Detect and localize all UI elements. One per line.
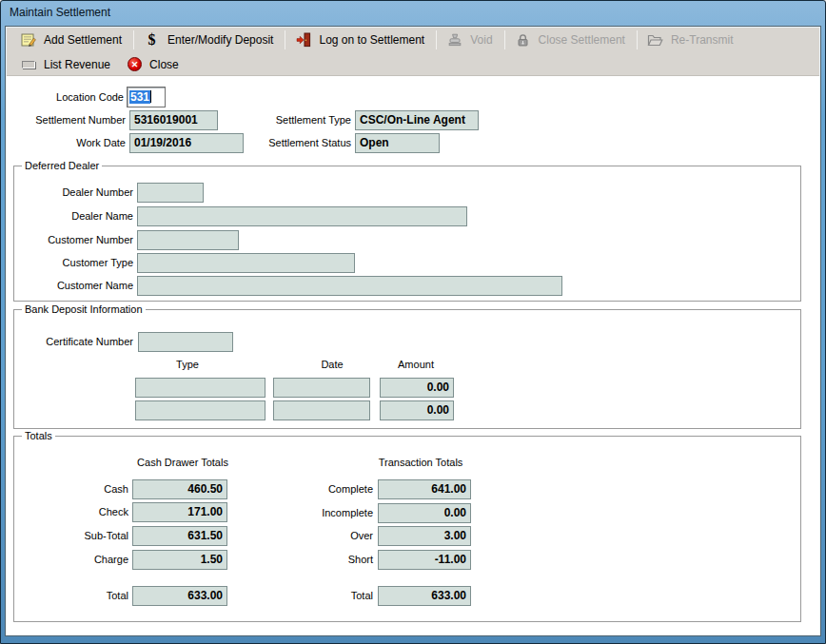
void-button[interactable]: Void: [439, 30, 502, 49]
deposit-row-2-date-field: [273, 400, 370, 420]
bank-deposit-group-title: Bank Deposit Information: [22, 302, 146, 317]
client-area: Add Settlement $ Enter/Modify Deposit: [5, 26, 821, 636]
transaction-totals-header: Transaction Totals: [325, 456, 516, 470]
close-label: Close: [149, 58, 179, 71]
add-settlement-icon: [20, 32, 36, 48]
certificate-number-field: [138, 332, 233, 352]
dealer-number-label: Dealer Number: [19, 183, 133, 203]
totals-group-title: Totals: [22, 429, 55, 443]
toolbar: Add Settlement $ Enter/Modify Deposit: [7, 28, 819, 76]
re-transmit-button[interactable]: Re-Transmit: [639, 30, 743, 49]
work-date-field: 01/19/2016: [129, 133, 244, 153]
log-on-to-settlement-label: Log on to Settlement: [319, 33, 424, 47]
customer-type-field: [137, 253, 355, 273]
work-date-label: Work Date: [11, 133, 126, 153]
toolbar-separator: [133, 30, 134, 49]
window-title: Maintain Settlement: [10, 6, 110, 19]
customer-name-label: Customer Name: [19, 276, 133, 296]
cash-drawer-total-label: Total: [14, 586, 128, 606]
deferred-dealer-group-title: Deferred Dealer: [22, 159, 102, 173]
over-field: 3.00: [378, 526, 471, 546]
over-label: Over: [259, 526, 373, 546]
cash-drawer-totals-header: Cash Drawer Totals: [88, 456, 278, 470]
toolbar-separator: [504, 30, 505, 49]
list-icon: [20, 57, 36, 72]
deposit-amount-column-header: Amount: [378, 358, 454, 372]
deposit-row-2-type-field: [135, 400, 266, 420]
check-label: Check: [14, 502, 128, 522]
complete-label: Complete: [259, 479, 373, 499]
toolbar-row-1: Add Settlement $ Enter/Modify Deposit: [7, 28, 819, 52]
add-settlement-button[interactable]: Add Settlement: [12, 30, 131, 49]
void-label: Void: [470, 33, 492, 47]
stamp-icon: [446, 32, 462, 48]
deposit-row-2-amount-field: 0.00: [380, 400, 454, 420]
text-caret: [150, 90, 151, 103]
deposit-row-1-type-field: [135, 378, 266, 398]
settlement-type-field: CSC/On-Line Agent: [355, 110, 479, 130]
list-revenue-label: List Revenue: [44, 58, 110, 71]
charge-label: Charge: [14, 550, 128, 570]
sub-total-label: Sub-Total: [14, 526, 128, 546]
customer-type-label: Customer Type: [19, 253, 133, 273]
settlement-type-label: Settlement Type: [237, 110, 351, 130]
settlement-form: Location Code 531 Settlement Number 5316…: [7, 76, 819, 634]
toolbar-row-2: List Revenue ✕ Close: [7, 52, 819, 76]
dollar-icon: $: [144, 32, 160, 48]
settlement-status-label: Settlement Status: [237, 133, 351, 153]
enter-modify-deposit-label: Enter/Modify Deposit: [167, 33, 273, 47]
dealer-name-label: Dealer Name: [19, 206, 133, 226]
settlement-status-field: Open: [355, 133, 440, 153]
location-code-input[interactable]: 531: [127, 87, 166, 107]
transaction-total-label: Total: [259, 586, 373, 606]
door-icon: [295, 32, 311, 48]
dealer-name-field: [137, 206, 467, 226]
list-revenue-button[interactable]: List Revenue: [12, 55, 120, 74]
short-field: -11.00: [378, 550, 471, 570]
location-code-label: Location Code: [10, 88, 124, 107]
cash-drawer-total-field: 633.00: [132, 586, 227, 606]
settlement-number-field: 5316019001: [129, 110, 218, 130]
incomplete-label: Incomplete: [259, 503, 373, 523]
toolbar-separator: [285, 30, 285, 49]
titlebar[interactable]: Maintain Settlement: [1, 1, 825, 26]
add-settlement-label: Add Settlement: [44, 33, 122, 47]
location-code-value: 531: [129, 90, 150, 104]
close-settlement-label: Close Settlement: [539, 33, 625, 47]
lock-icon: [515, 32, 531, 48]
customer-name-field: [137, 276, 562, 296]
customer-number-label: Customer Number: [19, 230, 133, 250]
log-on-to-settlement-button[interactable]: Log on to Settlement: [287, 30, 434, 49]
toolbar-separator: [637, 30, 638, 49]
cash-label: Cash: [14, 479, 128, 499]
close-settlement-button[interactable]: Close Settlement: [507, 30, 635, 49]
incomplete-field: 0.00: [378, 503, 471, 523]
sub-total-field: 631.50: [132, 526, 227, 546]
toolbar-separator: [436, 30, 437, 49]
deposit-type-column-header: Type: [149, 358, 226, 372]
certificate-number-label: Certificate Number: [19, 332, 133, 352]
complete-field: 641.00: [378, 479, 471, 499]
short-label: Short: [259, 550, 373, 570]
re-transmit-label: Re-Transmit: [671, 33, 734, 47]
settlement-number-label: Settlement Number: [11, 110, 126, 130]
deposit-row-1-date-field: [273, 378, 370, 398]
cash-field: 460.50: [132, 479, 227, 499]
open-folder-icon: [647, 32, 663, 48]
charge-field: 1.50: [132, 550, 227, 570]
deposit-date-column-header: Date: [294, 358, 370, 372]
check-field: 171.00: [132, 502, 227, 522]
transaction-total-field: 633.00: [378, 586, 471, 606]
customer-number-field: [137, 230, 239, 250]
maintain-settlement-window: Maintain Settlement Add: [0, 0, 826, 644]
close-button[interactable]: ✕ Close: [120, 55, 188, 73]
enter-modify-deposit-button[interactable]: $ Enter/Modify Deposit: [136, 30, 283, 49]
deposit-row-1-amount-field: 0.00: [380, 378, 454, 398]
dealer-number-field: [137, 183, 204, 203]
close-icon: ✕: [128, 57, 142, 71]
